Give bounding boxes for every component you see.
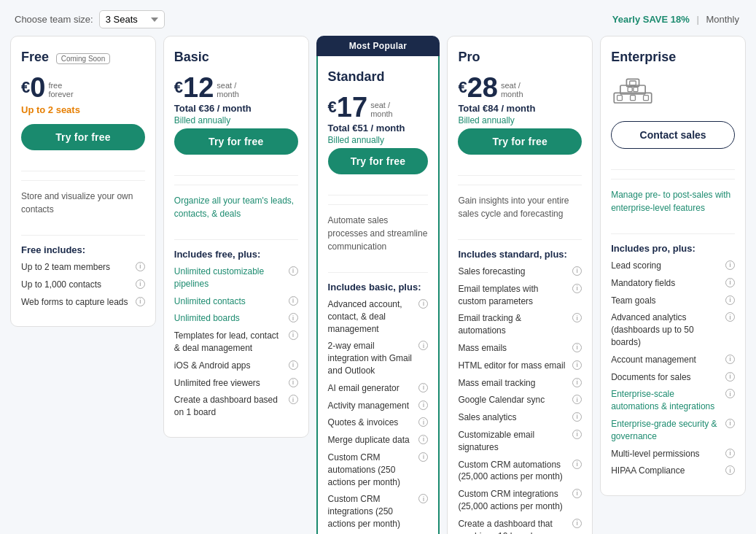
- feature-text: Customizable email signatures: [458, 429, 569, 454]
- info-icon[interactable]: i: [136, 262, 145, 271]
- feature-text: Enterprise-grade security & governance: [611, 418, 722, 443]
- feature-text: Custom CRM automations (250 actions per …: [328, 452, 416, 488]
- info-icon[interactable]: i: [418, 435, 428, 444]
- list-item: HIPAA Compliancei: [611, 465, 735, 477]
- info-icon[interactable]: i: [418, 400, 428, 410]
- pro-price: € 28 seat / month: [458, 74, 582, 101]
- plan-card-enterprise: Enterprise Contact sales Manage pre- to …: [600, 36, 746, 496]
- info-icon[interactable]: i: [572, 266, 582, 276]
- info-icon[interactable]: i: [572, 378, 582, 387]
- building-icon: [611, 74, 655, 106]
- info-icon[interactable]: i: [725, 312, 735, 322]
- info-icon[interactable]: i: [572, 489, 582, 498]
- standard-try-button[interactable]: Try for free: [328, 148, 429, 174]
- info-icon[interactable]: i: [725, 389, 735, 398]
- info-icon[interactable]: i: [572, 519, 582, 528]
- info-icon[interactable]: i: [289, 330, 298, 340]
- list-item: Advanced analytics (dashboards up to 50 …: [611, 312, 735, 348]
- feature-text: Create a dashboard that combines 10 boar…: [458, 518, 569, 534]
- standard-amount: 17: [337, 93, 367, 121]
- info-icon[interactable]: i: [289, 296, 298, 306]
- info-icon[interactable]: i: [418, 452, 428, 462]
- info-icon[interactable]: i: [572, 460, 582, 469]
- info-icon[interactable]: i: [418, 299, 428, 309]
- svg-rect-5: [644, 96, 649, 101]
- monthly-label[interactable]: Monthly: [706, 14, 739, 25]
- standard-feature-list: Advanced account, contact, & deal manage…: [328, 298, 429, 534]
- info-icon[interactable]: i: [725, 419, 735, 428]
- list-item: Merge duplicate datai: [328, 434, 429, 446]
- enterprise-feature-list: Lead scoringi Mandatory fieldsi Team goa…: [611, 260, 735, 482]
- info-icon[interactable]: i: [572, 313, 582, 322]
- feature-text: Up to 2 team members: [21, 261, 132, 274]
- list-item: Team goalsi: [611, 295, 735, 307]
- free-amount: 0: [30, 74, 45, 101]
- info-icon[interactable]: i: [289, 378, 298, 387]
- list-item: Templates for lead, contact & deal manag…: [174, 330, 298, 355]
- basic-feature-list: Unlimited customizable pipelinesi Unlimi…: [174, 266, 298, 424]
- info-icon[interactable]: i: [289, 395, 298, 404]
- info-icon[interactable]: i: [725, 295, 735, 305]
- free-try-button[interactable]: Try for free: [21, 124, 145, 150]
- info-icon[interactable]: i: [725, 372, 735, 382]
- feature-text: Quotes & invoices: [328, 417, 416, 429]
- basic-currency: €: [174, 80, 183, 96]
- feature-text: Up to 1,000 contacts: [21, 279, 132, 291]
- info-icon[interactable]: i: [572, 395, 582, 404]
- svg-rect-6: [628, 88, 632, 92]
- feature-text: HIPAA Compliance: [611, 465, 722, 477]
- info-icon[interactable]: i: [572, 360, 582, 370]
- info-icon[interactable]: i: [418, 494, 428, 503]
- team-size-select[interactable]: 3 Seats 1 Seat 5 Seats 10 Seats: [99, 10, 165, 28]
- info-icon[interactable]: i: [572, 412, 582, 422]
- feature-text: Unlimited free viewers: [174, 377, 285, 390]
- info-icon[interactable]: i: [418, 417, 428, 427]
- info-icon[interactable]: i: [136, 297, 145, 306]
- basic-try-button[interactable]: Try for free: [174, 128, 298, 155]
- list-item: Sales analyticsi: [458, 411, 582, 424]
- info-icon[interactable]: i: [725, 465, 735, 475]
- info-icon[interactable]: i: [136, 279, 145, 289]
- svg-rect-4: [631, 96, 636, 101]
- list-item: 2-way email integration with Gmail and O…: [328, 340, 429, 376]
- list-item: Sales forecastingi: [458, 266, 582, 278]
- feature-text: Documents for sales: [611, 371, 722, 384]
- plan-card-free: Free Coming Soon € 0 free forever Up to …: [10, 36, 156, 327]
- top-bar: Choose team size: 3 Seats 1 Seat 5 Seats…: [0, 0, 756, 36]
- info-icon[interactable]: i: [572, 343, 582, 352]
- basic-billed-annually: Billed annually: [174, 115, 298, 125]
- pro-plan-name: Pro: [458, 50, 582, 65]
- info-icon[interactable]: i: [289, 266, 298, 276]
- info-icon[interactable]: i: [572, 284, 582, 293]
- info-icon[interactable]: i: [725, 260, 735, 270]
- free-plan-name: Free: [21, 50, 49, 64]
- info-icon[interactable]: i: [418, 383, 428, 392]
- feature-text: Lead scoring: [611, 260, 722, 272]
- list-item: Unlimited contactsi: [174, 295, 298, 308]
- plan-card-pro: Pro € 28 seat / month Total €84 / month …: [447, 36, 593, 534]
- yearly-label[interactable]: Yearly SAVE 18%: [612, 14, 690, 25]
- info-icon[interactable]: i: [725, 278, 735, 287]
- pro-try-button[interactable]: Try for free: [458, 128, 582, 155]
- plan-card-standard: Standard € 17 seat / month Total €51 / m…: [316, 56, 440, 534]
- info-icon[interactable]: i: [572, 430, 582, 439]
- standard-description: Automate sales processes and streamline …: [328, 204, 429, 253]
- feature-text: Custom CRM integrations (250 actions per…: [328, 493, 416, 530]
- list-item: Unlimited boardsi: [174, 312, 298, 325]
- list-item: Enterprise-grade security & governancei: [611, 418, 735, 443]
- feature-text: Mass emails: [458, 342, 569, 355]
- enterprise-contact-button[interactable]: Contact sales: [611, 121, 735, 149]
- info-icon[interactable]: i: [418, 341, 428, 350]
- list-item: Web forms to capture leads i: [21, 296, 145, 309]
- info-icon[interactable]: i: [289, 313, 298, 322]
- standard-total-price: Total €51 / month: [328, 123, 429, 134]
- feature-text: Enterprise-scale automations & integrati…: [611, 388, 722, 413]
- list-item: HTML editor for mass emaili: [458, 360, 582, 372]
- list-item: Google Calendar synci: [458, 394, 582, 406]
- list-item: Activity managementi: [328, 400, 429, 412]
- info-icon[interactable]: i: [289, 360, 298, 370]
- info-icon[interactable]: i: [725, 449, 735, 458]
- info-icon[interactable]: i: [725, 355, 735, 364]
- feature-text: Activity management: [328, 400, 416, 412]
- list-item: Mass emailsi: [458, 342, 582, 355]
